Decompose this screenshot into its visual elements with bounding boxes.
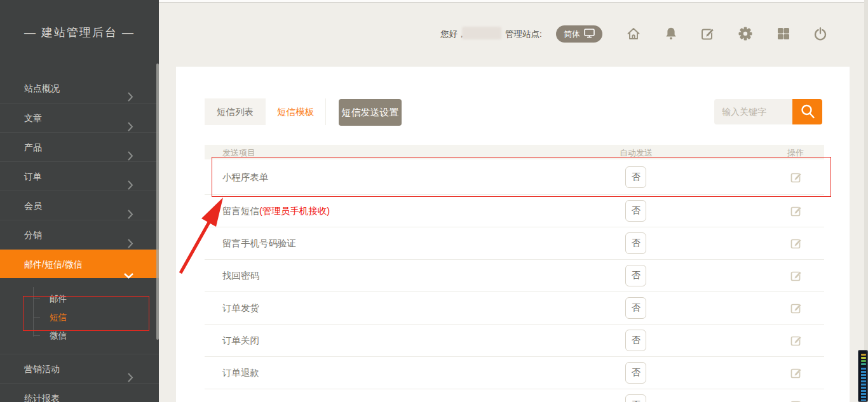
sidebar-item-site-overview[interactable]: 站点概况 — [0, 74, 159, 103]
edit-icon[interactable] — [790, 302, 803, 314]
sidebar-item-label: 站点概况 — [24, 83, 60, 93]
auto-send-toggle-button[interactable]: 否 — [625, 297, 646, 319]
widget-stripe — [861, 360, 866, 362]
sidebar-item-label: 产品 — [24, 142, 42, 152]
sidebar-item-marketing[interactable]: 营销活动 — [0, 354, 159, 383]
auto-send-toggle-button[interactable]: 否 — [625, 362, 646, 384]
widget-stripes-blue — [861, 368, 866, 401]
sidebar-item-products[interactable]: 产品 — [0, 132, 159, 161]
sidebar-item-label: 文章 — [24, 113, 42, 123]
sidebar-item-label: 统计报表 — [24, 393, 60, 402]
row-label: 订单发货 — [222, 302, 259, 314]
sidebar-item-label: 订单 — [24, 171, 42, 182]
annotation-rect-submenu — [23, 296, 149, 331]
auto-send-toggle-button[interactable]: 否 — [625, 330, 646, 351]
widget-stripe — [861, 363, 866, 365]
sidebar-subitem-label: 微信 — [50, 331, 67, 340]
auto-send-toggle-button[interactable]: 否 — [625, 232, 646, 254]
username-redacted — [462, 27, 501, 39]
row-label: 留言短信(管理员手机接收) — [222, 205, 330, 217]
row-label: 找回密码 — [222, 270, 259, 282]
gear-icon[interactable] — [738, 26, 753, 41]
row-label: 订单退款 — [222, 367, 259, 379]
sidebar-item-label: 分销 — [24, 230, 42, 240]
table-row-order-shipped: 订单发货 否 — [205, 292, 824, 325]
edit-icon[interactable] — [790, 366, 803, 379]
chevron-right-icon — [128, 394, 133, 402]
auto-send-toggle-button[interactable]: 否 — [625, 265, 646, 286]
manage-site-label: 管理站点: — [505, 29, 542, 40]
sidebar-item-orders[interactable]: 订单 — [0, 161, 159, 191]
sidebar-item-mail-sms-wechat[interactable]: 邮件/短信/微信 — [0, 249, 159, 278]
tab-sms-list[interactable]: 短信列表 — [205, 98, 266, 125]
floating-indicator-widget[interactable] — [858, 350, 868, 402]
language-label: 简体 — [564, 29, 580, 40]
admin-panel-title: — 建站管理后台 — — [0, 19, 159, 46]
edit-icon[interactable] — [790, 237, 803, 250]
language-pill-button[interactable]: 简体 — [556, 25, 602, 43]
sms-send-settings-button[interactable]: 短信发送设置 — [339, 99, 402, 126]
row-label: 留言手机号码验证 — [222, 238, 296, 250]
edit-icon[interactable] — [790, 399, 803, 402]
sidebar-item-members[interactable]: 会员 — [0, 191, 159, 220]
sidebar: — 建站管理后台 — 站点概况 文章 产品 订单 会员 分销 邮件/短信/微信 … — [0, 0, 159, 402]
table-row-password-recovery: 找回密码 否 — [205, 260, 824, 292]
edit-icon[interactable] — [790, 269, 803, 282]
row-label: 订单关闭 — [222, 335, 259, 347]
row-label-red-note: (管理员手机接收) — [259, 206, 330, 216]
monitor-icon — [584, 29, 595, 40]
widget-stripe — [861, 357, 866, 359]
bell-icon[interactable] — [663, 26, 679, 41]
auto-send-toggle-button[interactable]: 否 — [625, 394, 646, 402]
table-row-phone-verify: 留言手机号码验证 否 — [205, 227, 824, 260]
table-row-partial: 否 — [205, 389, 824, 402]
sidebar-item-label: 会员 — [24, 201, 42, 211]
search-button[interactable] — [792, 99, 822, 124]
edit-icon[interactable] — [790, 334, 803, 347]
chevron-down-icon — [124, 261, 133, 290]
annotation-rect-first-row — [212, 157, 831, 197]
table-row-order-refund: 订单退款 否 — [205, 357, 824, 389]
edit-icon[interactable] — [790, 204, 803, 217]
power-icon[interactable] — [813, 26, 828, 41]
search-icon — [799, 103, 816, 121]
page-scrollbar[interactable] — [864, 0, 868, 402]
sidebar-item-label: 邮件/短信/微信 — [24, 259, 83, 269]
apps-grid-icon[interactable] — [776, 26, 791, 41]
compose-icon[interactable] — [700, 26, 715, 41]
table-row-message-sms: 留言短信(管理员手机接收) 否 — [205, 195, 824, 227]
tab-sms-template[interactable]: 短信模板 — [266, 98, 326, 125]
sidebar-item-statistics[interactable]: 统计报表 — [0, 383, 159, 402]
widget-stripe — [861, 354, 866, 356]
sidebar-item-articles[interactable]: 文章 — [0, 103, 159, 132]
search-input[interactable] — [714, 99, 792, 124]
table-row-order-closed: 订单关闭 否 — [205, 325, 824, 357]
sidebar-scrollbar[interactable] — [156, 64, 159, 340]
top-border-line — [159, 2, 868, 3]
home-icon[interactable] — [626, 26, 641, 41]
auto-send-toggle-button[interactable]: 否 — [625, 200, 646, 222]
sidebar-item-distribution[interactable]: 分销 — [0, 220, 159, 249]
sidebar-item-label: 营销活动 — [24, 364, 60, 374]
